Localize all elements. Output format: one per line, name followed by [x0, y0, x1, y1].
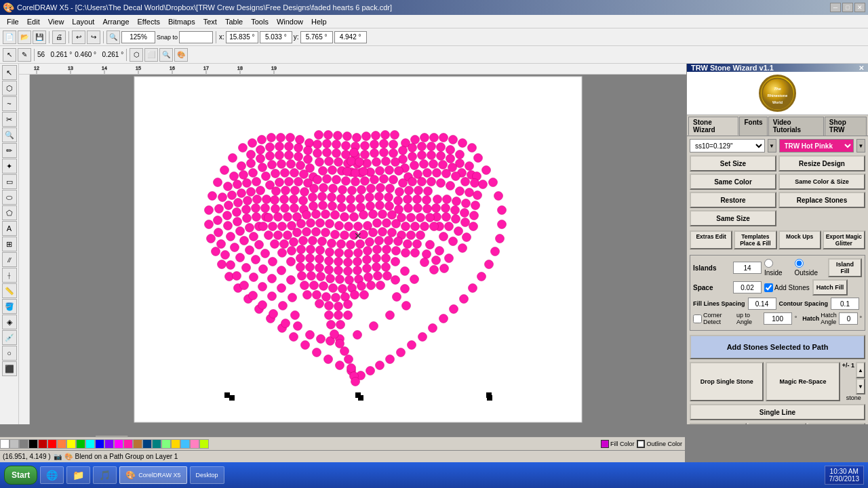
redo-button[interactable]: ↪ — [87, 30, 100, 44]
interactive-fill[interactable]: ◈ — [2, 314, 17, 329]
zoom-button[interactable]: 🔍 — [106, 30, 120, 44]
x-input[interactable] — [226, 31, 258, 43]
swatch-blue[interactable] — [95, 439, 104, 449]
stone-size-dropdown[interactable]: ss10=0.129" — [690, 139, 765, 152]
outside-radio[interactable] — [795, 259, 804, 268]
add-stones-path-button[interactable]: Add Stones Selected to Path — [690, 335, 865, 359]
space-input[interactable] — [733, 281, 762, 293]
fill-lines-spacing-input[interactable] — [748, 298, 776, 310]
close-button[interactable]: ✕ — [854, 3, 865, 12]
swatch-hotpink[interactable] — [190, 439, 199, 449]
swatch-orange[interactable] — [57, 439, 66, 449]
restore-button[interactable]: Restore — [690, 192, 776, 208]
menu-file[interactable]: File — [3, 16, 23, 27]
start-button[interactable]: Start — [4, 466, 37, 485]
swatch-lime[interactable] — [161, 439, 171, 449]
fill-tool[interactable]: 🪣 — [2, 299, 17, 314]
h-input[interactable] — [334, 31, 367, 43]
menu-effects[interactable]: Effects — [134, 16, 164, 27]
swatch-skyblue[interactable] — [180, 439, 190, 449]
stone-size-arrow[interactable]: ▼ — [768, 139, 776, 152]
tab-shop-trw[interactable]: Shop TRW — [825, 117, 867, 136]
plus-button[interactable]: ▲ — [856, 362, 865, 378]
panel-close-button[interactable]: ✕ — [859, 64, 864, 72]
extras-edit-button[interactable]: Extras Edit — [690, 230, 732, 249]
tab-fonts[interactable]: Fonts — [739, 117, 767, 136]
export-button[interactable]: Export Magic Glitter — [823, 230, 865, 249]
new-button[interactable]: 📄 — [3, 30, 16, 44]
inside-radio[interactable] — [764, 259, 773, 268]
swatch-teal[interactable] — [152, 439, 161, 449]
swatch-gray[interactable] — [19, 439, 28, 449]
measure-tool[interactable]: 📏 — [2, 283, 17, 298]
swatch-white[interactable] — [0, 439, 9, 449]
single-line-button[interactable]: Single Line — [690, 404, 865, 420]
hatch-fill-button[interactable]: Hatch Fill — [812, 279, 848, 296]
swatch-gold[interactable] — [171, 439, 180, 449]
design-canvas[interactable]: ✕ — [100, 70, 616, 424]
drop-single-stone-button[interactable]: Drop Single Stone — [690, 362, 764, 401]
freehand-tool[interactable]: ✏ — [2, 143, 17, 158]
eyedropper-tool[interactable]: 💉 — [2, 330, 17, 345]
menu-bitmaps[interactable]: Bitmaps — [164, 16, 199, 27]
swatch-purple[interactable] — [104, 439, 114, 449]
w-input[interactable] — [260, 31, 292, 43]
taskbar-item-media[interactable]: 🎵 — [93, 466, 117, 484]
menu-text[interactable]: Text — [199, 16, 221, 27]
mock-ups-button[interactable]: Mock Ups — [778, 230, 821, 249]
same-color-button[interactable]: Same Color — [690, 174, 776, 190]
rect-tool[interactable]: ▭ — [2, 174, 17, 189]
outline-tool[interactable]: ○ — [2, 346, 17, 361]
open-button[interactable]: 📂 — [18, 30, 31, 44]
taskbar-item-ie[interactable]: 🌐 — [40, 466, 64, 484]
y-input[interactable] — [300, 31, 333, 43]
magic-respace-button[interactable]: Magic Re-Space — [766, 362, 840, 401]
print-button[interactable]: 🖨 — [52, 30, 66, 44]
hatch-angle-input[interactable] — [839, 312, 858, 325]
same-size-button[interactable]: Same Size — [690, 210, 776, 226]
clear-paths-button[interactable]: Clear Paths — [690, 423, 747, 424]
swatch-navy[interactable] — [142, 439, 152, 449]
polygon-tool[interactable]: ⬠ — [2, 205, 17, 220]
templates-button[interactable]: Templates Place & Fill — [734, 230, 776, 249]
extrude-tool[interactable]: ⬛ — [2, 361, 17, 376]
swatch-darkred[interactable] — [38, 439, 47, 449]
shape-tool[interactable]: ⬡ — [2, 81, 17, 96]
swatch-black[interactable] — [28, 439, 38, 449]
up-to-angle-input[interactable] — [764, 312, 792, 325]
maximize-button[interactable]: □ — [842, 3, 853, 12]
crop-tool-btn[interactable]: ⬜ — [144, 48, 158, 62]
swatch-magenta[interactable] — [114, 439, 123, 449]
stone-color-arrow[interactable]: ▼ — [856, 139, 865, 152]
add-stones-checkbox[interactable] — [764, 283, 773, 292]
taskbar-item-coreldraw[interactable]: 🎨 CorelDRAW X5 — [119, 466, 186, 484]
menu-layout[interactable]: Layout — [68, 16, 98, 27]
ellipse-tool[interactable]: ⬭ — [2, 190, 17, 205]
swatch-silver[interactable] — [9, 439, 19, 449]
color-palette-bar[interactable]: Fill Color Outline Color — [0, 436, 685, 450]
undo-button[interactable]: ↩ — [72, 30, 85, 44]
node-tool-btn[interactable]: ⬡ — [130, 48, 143, 62]
smear-tool[interactable]: ~ — [2, 96, 17, 111]
selection-tool-btn[interactable]: ↖ — [3, 48, 16, 62]
island-fill-button[interactable]: Island Fill — [828, 258, 862, 277]
minus-button[interactable]: ▼ — [856, 378, 865, 394]
minimize-button[interactable]: ─ — [830, 3, 841, 12]
connector-tool[interactable]: ⟊ — [2, 268, 17, 283]
tab-video-tutorials[interactable]: Video Tutorials — [768, 117, 824, 136]
save-button[interactable]: 💾 — [33, 30, 46, 44]
swatch-brown[interactable] — [133, 439, 142, 449]
smartdraw-tool[interactable]: ✦ — [2, 159, 17, 174]
menu-tools[interactable]: Tools — [247, 16, 273, 27]
resize-design-button[interactable]: Resize Design — [778, 155, 865, 171]
parallel-tool[interactable]: ⫽ — [2, 252, 17, 267]
swatch-green[interactable] — [76, 439, 85, 449]
same-color-size-button[interactable]: Same Color & Size — [778, 174, 865, 190]
color-tool-btn[interactable]: 🎨 — [174, 48, 188, 62]
break-stones-button[interactable]: Break Stones — [749, 423, 806, 424]
corner-detect-checkbox[interactable] — [693, 314, 702, 323]
replace-stones-button[interactable]: Replace Stones — [778, 192, 865, 208]
clear-stones-button[interactable]: Clear Stones — [808, 423, 865, 424]
menu-window[interactable]: Window — [273, 16, 307, 27]
zoom-input[interactable] — [121, 31, 155, 43]
